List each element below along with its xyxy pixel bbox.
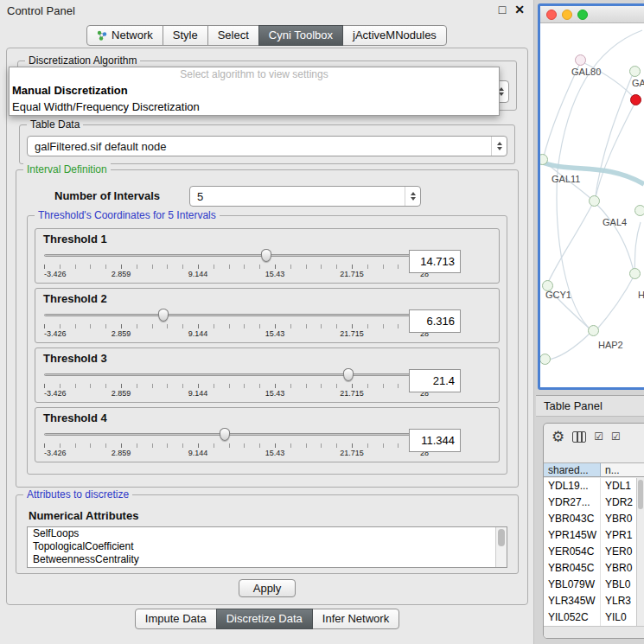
dropdown-placeholder: Select algorithm to view settings (10, 67, 499, 82)
table-row[interactable]: YDR27...YDR2 (544, 494, 644, 511)
slider-track[interactable] (44, 373, 429, 376)
table-data-combobox[interactable]: galFiltered.sif default node (27, 136, 507, 156)
slider-ticks (44, 324, 429, 328)
scrollbar-thumb[interactable] (498, 529, 505, 546)
cell: YER054C (544, 544, 601, 560)
slider-track[interactable] (44, 314, 429, 316)
threshold-label: Threshold 2 (43, 292, 107, 305)
table-row[interactable]: YBR043CYBR0 (544, 511, 644, 527)
network-window-titlebar[interactable] (540, 6, 644, 23)
list-item[interactable]: SelfLoops (28, 527, 507, 540)
apply-button[interactable]: Apply (239, 579, 296, 597)
slider-thumb[interactable] (220, 428, 230, 441)
slider-tick-labels: -3.426 2.859 9.144 15.43 21.715 28 (44, 329, 429, 339)
combo-value: 5 (197, 187, 403, 206)
threshold-value-field[interactable]: 21.4 (409, 369, 461, 392)
combo-stepper[interactable] (491, 137, 507, 156)
slider-tick-labels: -3.426 2.859 9.144 15.43 21.715 28 (44, 270, 429, 279)
tab-cyni-toolbox[interactable]: Cyni Toolbox (258, 25, 343, 46)
threshold-value-field[interactable]: 14.713 (409, 250, 461, 273)
numerical-attributes-label: Numerical Attributes (29, 509, 138, 522)
close-traffic-light[interactable] (546, 10, 557, 20)
network-node[interactable] (575, 54, 586, 66)
slider-track[interactable] (44, 433, 429, 436)
tick-label: 21.715 (340, 449, 364, 457)
slider-track[interactable] (44, 254, 429, 257)
list-item[interactable]: TopologicalCoefficient (28, 540, 507, 553)
zoom-traffic-light[interactable] (577, 10, 588, 20)
slider-thumb[interactable] (158, 309, 169, 322)
checkbox-icon[interactable]: ☑ (611, 431, 621, 442)
column-header-shared-name[interactable]: shared... (544, 463, 601, 476)
table-row[interactable]: YDL19...YDL1 (544, 478, 644, 494)
scrollbar[interactable] (636, 478, 644, 626)
number-of-intervals-combobox[interactable]: 5 (189, 186, 421, 207)
tab-label: jActiveMNodules (353, 29, 437, 41)
table-row[interactable]: YBR045CYBR0 (544, 560, 644, 577)
scrollbar[interactable] (495, 527, 507, 567)
node-label: GAL80 (571, 67, 601, 77)
column-header-name[interactable]: n... (601, 463, 644, 476)
threshold-slider[interactable]: -3.426 2.859 9.144 15.43 21.715 28 (44, 425, 429, 460)
tab-impute-data[interactable]: Impute Data (135, 609, 217, 629)
slider-thumb[interactable] (343, 368, 354, 381)
table-header-row: shared... n... (544, 462, 644, 477)
tab-style[interactable]: Style (163, 25, 208, 46)
network-node[interactable] (589, 195, 600, 207)
tab-discretize-data[interactable]: Discretize Data (216, 609, 313, 629)
table-row[interactable]: YLR345WYLR3 (544, 593, 644, 609)
number-of-intervals-label: Number of Intervals (54, 189, 160, 202)
tick-label: 21.715 (340, 270, 364, 278)
horizontal-scrollbar[interactable] (544, 626, 644, 638)
combo-stepper[interactable] (405, 187, 420, 206)
network-node[interactable] (588, 325, 599, 336)
threshold-slider[interactable]: -3.426 2.859 9.144 15.43 21.715 28 (44, 246, 429, 281)
slider-thumb[interactable] (261, 249, 271, 262)
dropdown-option[interactable]: Manual Discretization (10, 82, 499, 99)
slider-tick-labels: -3.426 2.859 9.144 15.43 21.715 28 (44, 449, 429, 458)
table-row[interactable]: YIL052CYIL0 (544, 609, 644, 626)
float-window-icon[interactable]: □ (499, 3, 506, 16)
tab-label: Cyni Toolbox (269, 29, 333, 41)
dropdown-option[interactable]: Equal Width/Frequency Discretization (10, 99, 499, 115)
threshold-label: Threshold 4 (43, 411, 107, 424)
slider-ticks (44, 265, 429, 269)
table-row[interactable]: YPR145WYPR1 (544, 527, 644, 544)
tab-infer-network[interactable]: Infer Network (312, 609, 399, 629)
network-node[interactable] (629, 268, 641, 279)
threshold-value-field[interactable]: 6.316 (409, 309, 461, 333)
thresholds-group: Threshold's Coordinates for 5 Intervals … (27, 215, 507, 475)
minimize-traffic-light[interactable] (562, 10, 572, 20)
node-label: GAL11 (552, 174, 580, 184)
threshold-slider[interactable]: -3.426 2.859 9.144 15.43 21.715 28 (44, 306, 429, 341)
threshold-slider[interactable]: -3.426 2.859 9.144 15.43 21.715 28 (44, 366, 429, 400)
threshold-value-field[interactable]: 11.344 (409, 429, 461, 452)
cell: YPR145W (544, 527, 601, 544)
attributes-listbox[interactable]: SelfLoops TopologicalCoefficient Between… (27, 526, 507, 568)
table-data-group: Table Data galFiltered.sif default node (19, 124, 515, 164)
list-item[interactable]: BetweennessCentrality (28, 553, 507, 566)
tab-jactivemnodules[interactable]: jActiveMNodules (342, 25, 447, 46)
slider-ticks (44, 443, 429, 448)
network-canvas[interactable]: GAL80 GA GAL11 GAL4 GCY1 H HAP2 (540, 23, 644, 387)
network-node[interactable] (634, 205, 644, 216)
columns-icon[interactable] (572, 431, 586, 443)
tick-label: 2.859 (112, 329, 131, 338)
tab-select[interactable]: Select (207, 25, 259, 46)
scrollbar-thumb[interactable] (638, 480, 643, 509)
threshold-panel: Threshold 2 -3.426 2.859 9.144 15.43 21.… (35, 288, 500, 343)
table-row[interactable]: YBL079WYBL0 (544, 577, 644, 593)
network-icon (97, 30, 107, 41)
close-window-icon[interactable]: ✕ (514, 3, 525, 16)
attributes-group: Attributes to discretize Numerical Attri… (16, 494, 519, 574)
network-node-selected[interactable] (630, 94, 641, 105)
threshold-label: Threshold 1 (43, 233, 107, 245)
table-row[interactable]: YER054CYER0 (544, 544, 644, 560)
checkbox-icon[interactable]: ☑ (594, 431, 603, 442)
slider-ticks (44, 384, 429, 388)
tick-label: 15.43 (265, 389, 285, 398)
network-node[interactable] (629, 66, 641, 77)
gear-icon[interactable]: ⚙ (552, 430, 564, 444)
tick-label: 9.144 (188, 449, 208, 457)
tab-network[interactable]: Network (86, 25, 163, 46)
